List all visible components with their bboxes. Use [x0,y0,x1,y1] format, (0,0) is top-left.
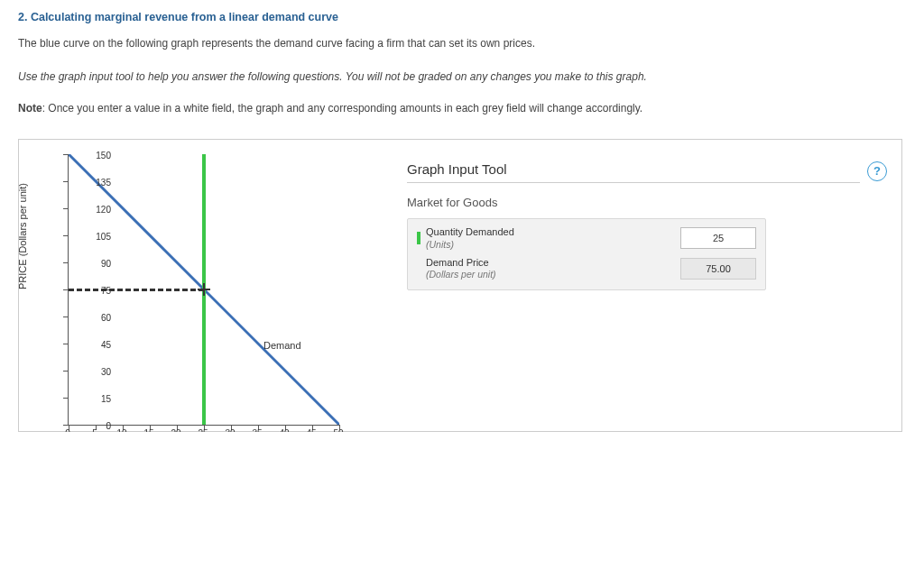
quantity-row: Quantity Demanded (Units) [415,223,758,253]
x-tick-label: 25 [198,428,208,432]
y-tick [63,262,69,263]
y-tick-label: 90 [101,259,111,269]
help-icon[interactable]: ? [867,161,887,181]
quantity-label: Quantity Demanded (Units) [426,226,680,250]
intersection-marker-icon[interactable] [198,283,210,296]
price-label: Demand Price (Dollars per unit) [426,257,680,280]
y-tick-label: 30 [101,367,111,377]
y-tick [63,425,69,426]
y-tick [63,208,69,209]
tool-section-title: Market for Goods [407,196,887,209]
y-tick-label: 0 [106,421,111,431]
x-tick-label: 0 [65,428,70,432]
note-text: Note: Once you enter a value in a white … [18,101,902,116]
y-tick-label: 15 [101,394,111,404]
note-body: : Once you enter a value in a white fiel… [42,102,643,115]
instruction-text: Use the graph input tool to help you ans… [18,69,902,85]
graph-panel: PRICE (Dollars per unit) Demand QUANTITY… [18,139,902,432]
y-tick [63,398,69,399]
note-label: Note [18,102,42,115]
y-tick [63,154,69,155]
price-label-main: Demand Price [426,257,489,268]
chart-column: PRICE (Dollars per unit) Demand QUANTITY… [28,149,389,426]
y-tick-label: 75 [101,286,111,296]
x-tick-label: 40 [279,428,289,432]
y-tick-label: 135 [96,178,111,188]
y-tick [63,289,69,290]
x-tick-label: 45 [306,428,316,432]
quantity-input[interactable] [680,227,756,249]
x-tick-label: 20 [171,428,180,432]
x-tick-label: 5 [92,428,97,432]
x-tick-label: 30 [225,428,235,432]
price-output [680,258,756,280]
demand-series-label: Demand [263,340,301,351]
y-tick-label: 120 [96,205,111,215]
y-tick-label: 45 [101,340,111,350]
x-tick-label: 50 [333,428,343,432]
price-row: Demand Price (Dollars per unit) [415,253,758,284]
x-tick-label: 35 [252,428,262,432]
input-form: Quantity Demanded (Units) Demand Price (… [407,218,766,290]
price-dash-line [69,289,204,291]
tool-title: Graph Input Tool [407,161,860,183]
x-tick-label: 15 [143,428,153,432]
y-tick-label: 150 [96,151,111,161]
quantity-label-sub: (Units) [426,239,680,251]
y-tick [63,181,69,182]
y-tick [63,317,69,317]
question-heading: 2. Calculating marginal revenue from a l… [18,11,902,23]
price-label-sub: (Dollars per unit) [426,269,680,280]
quantity-swatch-icon [417,232,420,244]
y-tick-label: 60 [101,313,111,323]
y-tick-label: 105 [96,232,111,242]
y-tick [63,371,69,372]
x-tick-label: 10 [116,428,126,432]
y-tick [63,235,69,236]
y-tick [63,344,69,344]
intro-text: The blue curve on the following graph re… [18,36,902,51]
graph-input-tool: Graph Input Tool ? Market for Goods Quan… [389,149,892,296]
chart[interactable]: PRICE (Dollars per unit) Demand QUANTITY… [68,154,389,426]
quantity-label-main: Quantity Demanded [426,226,514,237]
y-axis-title: PRICE (Dollars per unit) [18,183,28,289]
